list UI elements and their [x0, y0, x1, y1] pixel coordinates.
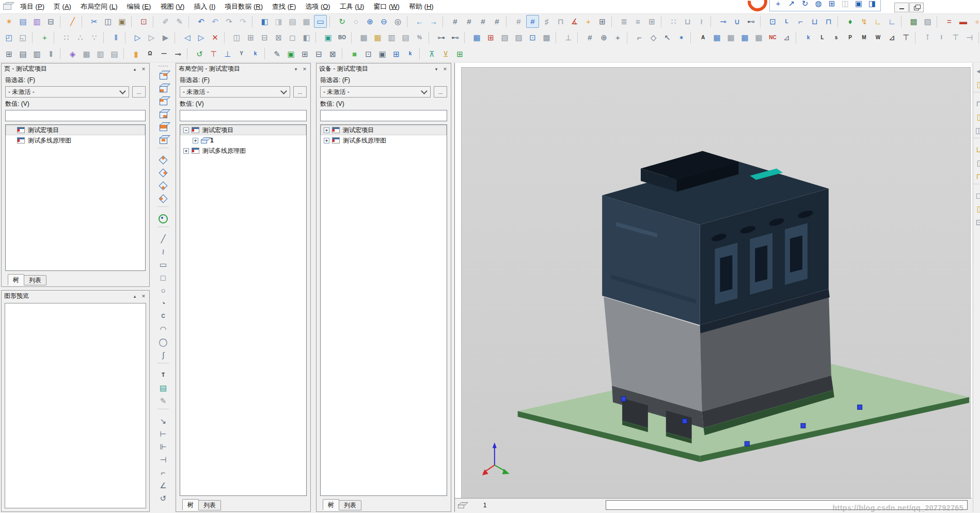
device-grid-1-icon[interactable]: ▦ [470, 31, 483, 44]
ruler-icon[interactable]: ⊓ [554, 15, 567, 28]
menu-i[interactable]: 插入 (I) [189, 1, 220, 12]
edit-symbol-icon[interactable]: ✎ [271, 47, 283, 60]
corner-lower-left-icon[interactable]: L [780, 15, 793, 28]
nav-previous-icon[interactable]: ◁ [181, 31, 194, 44]
omega-symbol-icon[interactable]: Ω [144, 47, 156, 60]
center-target-icon[interactable]: ⊕ [597, 31, 610, 44]
image-insert-icon[interactable]: ▣ [322, 31, 335, 44]
filter-more-button[interactable]: ... [293, 86, 307, 98]
block-grid-1-icon[interactable]: ▦ [710, 31, 723, 44]
panel-tab[interactable]: 列表 [198, 500, 221, 510]
3d-canvas[interactable] [461, 67, 971, 499]
delete-icon[interactable]: ✕ [209, 31, 222, 44]
rotate-3d-2-icon[interactable] [157, 166, 170, 179]
device-grid-2-icon[interactable]: ⊞ [484, 31, 497, 44]
tree-expander-icon[interactable]: + [183, 148, 189, 154]
letter-s-icon[interactable]: s [830, 31, 843, 44]
arc-icon[interactable]: C [157, 310, 170, 323]
strip-tool-2-icon[interactable]: ⊓ [973, 97, 980, 109]
snap-grid-d-icon[interactable]: # [491, 15, 503, 28]
letter-m-icon[interactable]: M [858, 31, 871, 44]
window-list-icon[interactable]: ▤ [17, 47, 29, 60]
grid-green-icon[interactable]: ▣ [284, 47, 297, 60]
view-3d-nw-icon[interactable] [157, 94, 170, 107]
view-front-icon[interactable] [157, 120, 170, 133]
device-grid-3-icon[interactable]: ▧ [498, 31, 511, 44]
dimension-vertical-icon[interactable]: ⊩ [157, 440, 170, 453]
dialog-window-icon[interactable]: ▭ [314, 15, 327, 28]
pole-marker-2-icon[interactable]: I [935, 31, 948, 44]
redo-icon[interactable]: ↷ [223, 15, 235, 28]
undo-icon[interactable]: ↶ [195, 15, 208, 28]
reports-icon[interactable]: ‖ [109, 31, 122, 44]
window-disabled-icon[interactable]: ◫ [839, 0, 851, 9]
circle-icon[interactable]: ○ [157, 284, 170, 297]
redo-list-icon[interactable]: ↷ [236, 15, 249, 28]
insert-window-icon[interactable]: ◧ [258, 15, 271, 28]
page-back-icon[interactable]: ← [413, 15, 426, 28]
tree-item[interactable]: +测试宏项目 [321, 125, 447, 135]
parts-basket-icon[interactable]: ⊔ [681, 15, 694, 28]
n-shape-icon[interactable]: ⊓ [822, 15, 835, 28]
add-new-icon[interactable]: + [38, 31, 51, 44]
bo-structure-icon[interactable]: BO [336, 31, 349, 44]
strip-tool-10-icon[interactable]: ⊡ [973, 216, 980, 228]
box-tool-icon[interactable]: ⊡ [766, 15, 779, 28]
minimize-button[interactable] [894, 3, 909, 12]
block-grid-3-icon[interactable]: ▦ [738, 31, 751, 44]
logic-nand-icon[interactable]: ⊼ [425, 47, 438, 60]
block-grid-2-icon[interactable]: ▦ [724, 31, 737, 44]
scale-percent-icon[interactable]: % [413, 31, 426, 44]
layout-space-tab-1[interactable]: 1 [470, 502, 499, 509]
weight-balance-icon[interactable]: ⊥ [562, 31, 575, 44]
hash-grid-icon[interactable]: # [583, 31, 596, 44]
window-rows-icon[interactable]: ‖ [44, 47, 57, 60]
red-rail-icon[interactable]: ▬ [957, 15, 970, 28]
options-dots-icon[interactable]: ∷ [667, 15, 680, 28]
quick-connect-icon[interactable]: ↯ [858, 15, 871, 28]
layer-hatch-1-icon[interactable]: ▩ [907, 15, 920, 28]
filter-combobox[interactable]: - 未激活 - [320, 86, 431, 98]
tree-item[interactable]: +1 [180, 135, 306, 146]
menu-w[interactable]: 窗口 (W) [369, 1, 404, 12]
check-run-icon[interactable]: ▶ [159, 31, 172, 44]
grid-table-2-icon[interactable]: ▦ [371, 31, 384, 44]
check-project-icon[interactable]: ▷ [131, 31, 144, 44]
menu-v[interactable]: 视图 (V) [155, 1, 189, 12]
page-properties-icon[interactable]: ⊞ [244, 31, 257, 44]
tree-item[interactable]: −测试宏项目 [180, 125, 306, 135]
menu-l[interactable]: 布局空间 (L) [76, 1, 122, 12]
menu-o[interactable]: 选项 (O) [301, 1, 335, 12]
value-input[interactable] [180, 110, 307, 121]
letter-p-icon[interactable]: P [844, 31, 857, 44]
pin-icon[interactable]: ▴ [131, 66, 138, 73]
tree-expander-icon[interactable]: + [324, 138, 329, 143]
star-tool-icon[interactable]: ∗ [675, 31, 688, 44]
tree-item[interactable]: +测试多线原理图 [321, 135, 447, 146]
copy-icon[interactable]: ◫ [102, 15, 115, 28]
image-icon[interactable]: ▤ [157, 381, 170, 394]
toolbar-drag-handle[interactable] [158, 65, 168, 68]
pin-icon[interactable]: ▴ [131, 293, 138, 300]
snap-grid-c-icon[interactable]: # [477, 15, 489, 28]
insert-table-icon[interactable]: ▦ [300, 15, 313, 28]
tree-item[interactable]: 测试宏项目 [6, 125, 145, 135]
strip-tool-6-icon[interactable]: ▯ [973, 156, 980, 169]
branch-y-icon[interactable]: Y [235, 47, 248, 60]
print-icon[interactable]: ⊟ [44, 15, 57, 28]
box-dot-icon[interactable]: ⊡ [362, 47, 375, 60]
text-style-a-icon[interactable]: A [697, 31, 709, 44]
connection-line-icon[interactable]: ⊷ [745, 15, 757, 28]
strip-tool-4-icon[interactable]: ◫ [973, 124, 980, 136]
no-contact-icon[interactable]: ⊿ [780, 31, 793, 44]
dimension-angle-icon[interactable]: ∠ [157, 479, 170, 492]
restore-button[interactable] [909, 3, 924, 12]
tree-item[interactable]: 测试多线原理图 [6, 135, 145, 146]
rotate-ccw-icon[interactable]: ↺ [193, 47, 206, 60]
grid-size-2-icon[interactable]: ♯ [540, 15, 553, 28]
diamond-tool-icon[interactable]: ◇ [647, 31, 660, 44]
connection-symbol-icon[interactable]: ⊸ [717, 15, 730, 28]
align-list-icon[interactable]: ≣ [618, 15, 630, 28]
line-icon[interactable]: ╱ [157, 232, 170, 245]
angle-snap-icon[interactable]: ∡ [568, 15, 581, 28]
